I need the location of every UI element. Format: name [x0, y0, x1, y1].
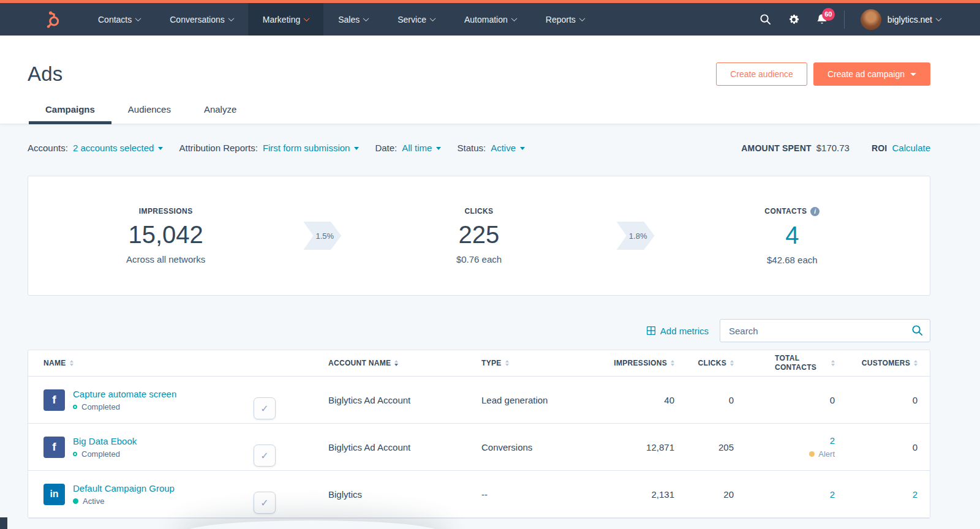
nav-utilities: 60 biglytics.net: [760, 9, 980, 30]
nav-item-reports[interactable]: Reports: [531, 3, 599, 36]
date-filter-dropdown[interactable]: All time: [402, 143, 441, 153]
customers-cell: 0: [835, 442, 918, 452]
account-name-cell: Biglytics Ad Account: [328, 395, 481, 405]
page-title: Ads: [28, 62, 62, 86]
nav-item-service[interactable]: Service: [383, 3, 450, 36]
status-filter-dropdown[interactable]: Active: [491, 143, 525, 153]
campaign-status: Active: [73, 497, 175, 506]
tab-analyze[interactable]: Analyze: [187, 104, 253, 124]
search-input[interactable]: [720, 319, 930, 342]
clicks-cell: 0: [674, 395, 734, 405]
hubspot-logo-icon[interactable]: [43, 10, 61, 29]
chevron-down-icon: [936, 15, 942, 21]
notification-count-badge[interactable]: 60: [822, 8, 835, 21]
date-filter-value: All time: [402, 143, 432, 153]
impressions-value: 15,042: [28, 221, 303, 249]
status-filter-label: Status:: [457, 143, 486, 153]
avatar: [861, 9, 881, 30]
campaign-name-link[interactable]: Big Data Ebook: [73, 436, 137, 446]
alert-dot-icon: [809, 451, 815, 457]
clicks-metric: CLICKS 225 $0.76 each: [341, 207, 616, 264]
nav-item-conversations[interactable]: Conversations: [155, 3, 248, 36]
clicks-value: 225: [341, 221, 616, 249]
column-label: CLICKS: [698, 359, 726, 367]
column-header-clicks[interactable]: CLICKS: [674, 359, 734, 367]
column-label: TYPE: [481, 359, 502, 367]
add-metrics-link[interactable]: Add metrics: [647, 326, 709, 336]
attribution-filter-value: First form submission: [263, 143, 350, 153]
search-icon[interactable]: [911, 325, 923, 339]
total-contacts-link[interactable]: 2: [830, 489, 835, 500]
tab-audiences[interactable]: Audiences: [111, 104, 187, 124]
column-header-type[interactable]: TYPE: [481, 359, 610, 367]
column-header-name[interactable]: NAME: [28, 359, 273, 367]
campaigns-table: NAME ACCOUNT NAME TYPE IMPRESSIONS CLICK…: [28, 350, 930, 519]
nav-item-contacts[interactable]: Contacts: [83, 3, 155, 36]
roi-calculate-link[interactable]: Calculate: [892, 143, 930, 153]
create-audience-button[interactable]: Create audience: [716, 62, 807, 86]
clicks-cell: 20: [674, 489, 734, 500]
attribution-filter: Attribution Reports: First form submissi…: [179, 143, 359, 153]
click-through-rate-arrow: 1.5%: [303, 222, 341, 250]
contacts-metric: CONTACTSi 4 $42.68 each: [655, 207, 930, 265]
nav-item-label: Reports: [546, 15, 576, 24]
status-dot-icon: [73, 405, 77, 409]
chevron-down-icon: [228, 15, 234, 21]
impressions-cell: 40: [610, 395, 674, 405]
chevron-down-icon: [579, 15, 585, 21]
status-filter-value: Active: [491, 143, 516, 153]
type-cell: --: [481, 489, 610, 500]
impressions-label: IMPRESSIONS: [28, 207, 303, 216]
attribution-filter-label: Attribution Reports:: [179, 143, 257, 153]
campaign-status: Completed: [73, 402, 176, 411]
column-label: CUSTOMERS: [862, 359, 910, 367]
clicks-caption: $0.76 each: [341, 254, 616, 264]
campaign-name-link[interactable]: Default Campaign Group: [73, 483, 175, 493]
column-header-customers[interactable]: CUSTOMERS: [835, 359, 918, 367]
settings-gear-icon[interactable]: [788, 13, 800, 26]
accounts-filter-dropdown[interactable]: 2 accounts selected: [73, 143, 164, 153]
filter-bar: Accounts: 2 accounts selected Attributio…: [28, 143, 930, 153]
account-menu[interactable]: biglytics.net: [861, 9, 941, 30]
chevron-down-icon: [363, 15, 369, 21]
nav-item-automation[interactable]: Automation: [450, 3, 531, 36]
tab-campaigns[interactable]: Campaigns: [29, 104, 111, 124]
impressions-cell: 2,131: [610, 489, 674, 500]
alert-badge[interactable]: Alert: [734, 449, 835, 459]
status-label: Completed: [81, 449, 120, 459]
status-dot-icon: [73, 452, 77, 456]
total-contacts-link[interactable]: 2: [830, 435, 835, 446]
campaign-status: Completed: [73, 449, 137, 459]
notifications-bell-icon[interactable]: 60: [816, 13, 828, 26]
nav-menu: Contacts Conversations Marketing Sales S…: [83, 3, 599, 36]
date-filter-label: Date:: [375, 143, 397, 153]
create-ad-campaign-label: Create ad campaign: [827, 69, 905, 79]
search-icon[interactable]: [760, 13, 772, 26]
impressions-caption: Across all networks: [28, 254, 303, 264]
nav-item-marketing[interactable]: Marketing: [248, 3, 323, 36]
facebook-icon: f: [43, 437, 65, 458]
customers-link[interactable]: 2: [913, 489, 918, 500]
caret-down-icon: [910, 73, 916, 76]
attribution-filter-dropdown[interactable]: First form submission: [263, 143, 360, 153]
table-row: f Capture automate screen Completed ✓ Bi…: [28, 377, 930, 424]
status-label: Completed: [81, 402, 120, 411]
account-name-cell: Biglytics: [328, 489, 481, 500]
create-ad-campaign-button[interactable]: Create ad campaign: [813, 62, 930, 86]
sort-icon: [394, 360, 398, 366]
clicks-label: CLICKS: [341, 207, 616, 216]
chevron-down-icon: [135, 15, 141, 21]
toggle-check-icon: ✓: [254, 445, 276, 467]
type-cell: Lead generation: [481, 395, 610, 405]
column-header-total-contacts[interactable]: TOTAL CONTACTS: [734, 354, 835, 372]
nav-item-sales[interactable]: Sales: [323, 3, 383, 36]
campaign-name-link[interactable]: Capture automate screen: [73, 389, 176, 399]
toggle-check-icon: ✓: [254, 397, 276, 419]
impressions-cell: 12,871: [610, 442, 674, 452]
caret-down-icon: [354, 147, 359, 150]
date-filter: Date: All time: [375, 143, 441, 153]
info-icon[interactable]: i: [810, 207, 820, 216]
column-header-impressions[interactable]: IMPRESSIONS: [610, 359, 674, 367]
column-header-account[interactable]: ACCOUNT NAME: [328, 359, 481, 367]
account-name-cell: Biglytics Ad Account: [328, 442, 481, 452]
